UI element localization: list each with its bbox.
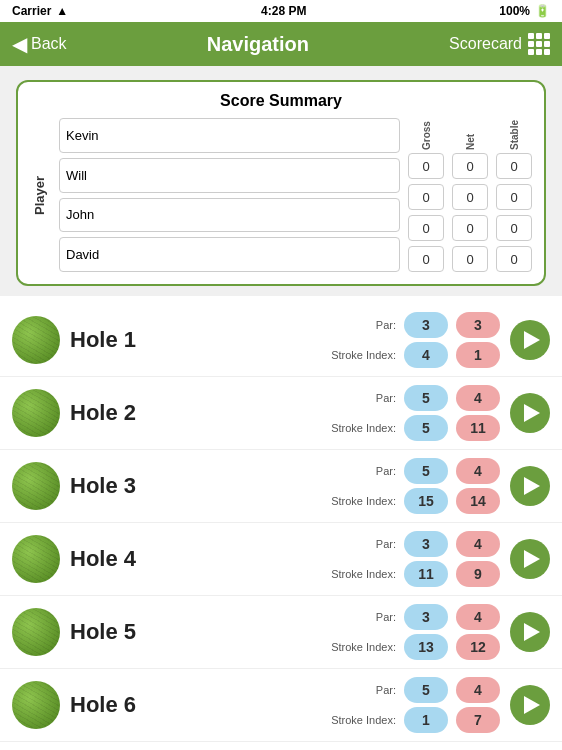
hole-play-button-1[interactable] [510,393,550,433]
hole-play-button-0[interactable] [510,320,550,360]
hole-par-row-5: Par: 5 4 [324,677,500,703]
par-label-4: Par: [324,611,396,623]
si-pink-5: 7 [456,707,500,733]
par-blue-1: 5 [404,385,448,411]
hole-row: Hole 2 Par: 5 4 Stroke Index: 5 11 [0,377,562,450]
play-triangle-icon-3 [524,550,540,568]
back-label: Back [31,35,67,53]
player-names-column [59,118,400,272]
hole-name-1: Hole 2 [70,400,150,426]
play-triangle-icon-4 [524,623,540,641]
si-pink-3: 9 [456,561,500,587]
hole-row: Hole 1 Par: 3 3 Stroke Index: 4 1 [0,304,562,377]
si-label-0: Stroke Index: [324,349,396,361]
hole-stats-2: Par: 5 4 Stroke Index: 15 14 [160,458,500,514]
net-label: Net [465,118,476,150]
status-left: Carrier ▲ [12,4,68,18]
stable-val-0: 0 [496,153,532,179]
battery-text: 100% [499,4,530,18]
hole-stats-1: Par: 5 4 Stroke Index: 5 11 [160,385,500,441]
net-val-3: 0 [452,246,488,272]
par-label-5: Par: [324,684,396,696]
par-pink-5: 4 [456,677,500,703]
battery-icon: 🔋 [535,4,550,18]
hole-row: Hole 6 Par: 5 4 Stroke Index: 1 7 [0,669,562,742]
hole-row: Hole 4 Par: 3 4 Stroke Index: 11 9 [0,523,562,596]
si-label-3: Stroke Index: [324,568,396,580]
hole-play-button-5[interactable] [510,685,550,725]
hole-stats-0: Par: 3 3 Stroke Index: 4 1 [160,312,500,368]
status-time: 4:28 PM [261,4,306,18]
hole-si-row-2: Stroke Index: 15 14 [324,488,500,514]
stable-val-1: 0 [496,184,532,210]
par-label-2: Par: [324,465,396,477]
hole-par-row-0: Par: 3 3 [324,312,500,338]
hole-name-5: Hole 6 [70,692,150,718]
back-button[interactable]: ◀ Back [12,32,67,56]
si-blue-0: 4 [404,342,448,368]
hole-name-0: Hole 1 [70,327,150,353]
par-pink-0: 3 [456,312,500,338]
si-blue-1: 5 [404,415,448,441]
hole-si-row-1: Stroke Index: 5 11 [324,415,500,441]
si-blue-2: 15 [404,488,448,514]
play-triangle-icon-1 [524,404,540,422]
par-blue-3: 3 [404,531,448,557]
play-triangle-icon-0 [524,331,540,349]
hole-play-button-2[interactable] [510,466,550,506]
hole-par-row-2: Par: 5 4 [324,458,500,484]
si-label-1: Stroke Index: [324,422,396,434]
player-input-3[interactable] [59,237,400,272]
gross-val-2: 0 [408,215,444,241]
gross-label: Gross [421,118,432,150]
hole-row: Hole 3 Par: 5 4 Stroke Index: 15 14 [0,450,562,523]
si-blue-4: 13 [404,634,448,660]
gross-val-3: 0 [408,246,444,272]
par-pink-1: 4 [456,385,500,411]
par-label-1: Par: [324,392,396,404]
hole-si-row-4: Stroke Index: 13 12 [324,634,500,660]
player-input-1[interactable] [59,158,400,193]
stable-label: Stable [509,118,520,150]
hole-par-row-1: Par: 5 4 [324,385,500,411]
hole-name-2: Hole 3 [70,473,150,499]
hole-ball-5 [12,681,60,729]
net-val-0: 0 [452,153,488,179]
hole-ball-2 [12,462,60,510]
player-input-2[interactable] [59,198,400,233]
status-bar: Carrier ▲ 4:28 PM 100% 🔋 [0,0,562,22]
hole-si-row-3: Stroke Index: 11 9 [324,561,500,587]
par-pink-4: 4 [456,604,500,630]
score-summary-title: Score Summary [30,92,532,110]
gross-val-1: 0 [408,184,444,210]
play-triangle-icon-2 [524,477,540,495]
scorecard-button[interactable]: Scorecard [449,33,550,55]
si-pink-4: 12 [456,634,500,660]
hole-play-button-3[interactable] [510,539,550,579]
hole-ball-3 [12,535,60,583]
stable-val-3: 0 [496,246,532,272]
page-title: Navigation [207,33,309,56]
par-blue-5: 5 [404,677,448,703]
gross-val-0: 0 [408,153,444,179]
stable-val-2: 0 [496,215,532,241]
nav-bar: ◀ Back Navigation Scorecard [0,22,562,66]
si-blue-5: 1 [404,707,448,733]
hole-play-button-4[interactable] [510,612,550,652]
hole-ball-1 [12,389,60,437]
hole-ball-0 [12,316,60,364]
par-label-3: Par: [324,538,396,550]
hole-name-3: Hole 4 [70,546,150,572]
net-val-2: 0 [452,215,488,241]
player-column-label: Player [30,118,49,272]
hole-name-4: Hole 5 [70,619,150,645]
par-blue-2: 5 [404,458,448,484]
si-label-4: Stroke Index: [324,641,396,653]
score-summary: Score Summary Player Gross 0 0 0 0 Net 0… [16,80,546,286]
hole-si-row-0: Stroke Index: 4 1 [324,342,500,368]
par-pink-2: 4 [456,458,500,484]
hole-stats-4: Par: 3 4 Stroke Index: 13 12 [160,604,500,660]
net-val-1: 0 [452,184,488,210]
wifi-icon: ▲ [56,4,68,18]
player-input-0[interactable] [59,118,400,153]
